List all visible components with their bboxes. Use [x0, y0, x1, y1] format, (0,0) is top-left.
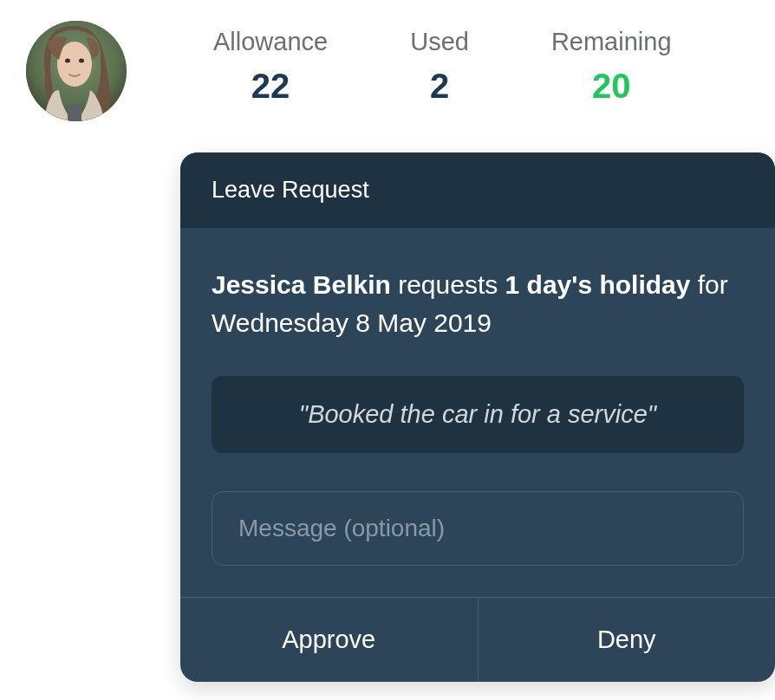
svg-point-2	[65, 59, 70, 63]
card-body: Jessica Belkin requests 1 day's holiday …	[180, 228, 775, 597]
request-verb: requests	[391, 270, 505, 299]
stat-used-label: Used	[410, 28, 469, 56]
stat-allowance-label: Allowance	[213, 28, 328, 56]
stat-used-value: 2	[430, 67, 449, 106]
stat-remaining-label: Remaining	[551, 28, 672, 56]
deny-button[interactable]: Deny	[479, 598, 776, 682]
card-header: Leave Request	[180, 152, 775, 228]
stat-allowance-value: 22	[251, 67, 290, 106]
leave-request-card: Leave Request Jessica Belkin requests 1 …	[180, 152, 775, 682]
svg-point-3	[79, 59, 84, 63]
requester-name: Jessica Belkin	[212, 270, 391, 299]
request-duration: 1 day's holiday	[505, 270, 691, 299]
avatar[interactable]	[26, 21, 127, 121]
stat-remaining-value: 20	[592, 67, 631, 106]
stat-allowance: Allowance 22	[213, 28, 328, 106]
card-actions: Approve Deny	[180, 597, 775, 682]
message-input[interactable]	[212, 491, 744, 566]
leave-stats: Allowance 22 Used 2 Remaining 20	[213, 21, 672, 106]
request-note: "Booked the car in for a service"	[212, 376, 744, 453]
card-title: Leave Request	[212, 177, 744, 204]
request-note-text: "Booked the car in for a service"	[238, 400, 718, 429]
stat-used: Used 2	[410, 28, 469, 106]
stat-remaining: Remaining 20	[551, 28, 672, 106]
request-summary: Jessica Belkin requests 1 day's holiday …	[212, 266, 744, 341]
approve-button[interactable]: Approve	[180, 598, 479, 682]
